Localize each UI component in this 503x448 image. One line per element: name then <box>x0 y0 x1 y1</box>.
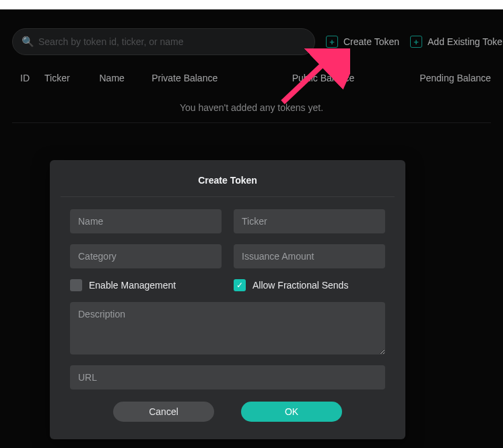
allow-fractional-sends-label: Allow Fractional Sends <box>253 280 348 291</box>
create-token-modal: Create Token Enable Management ✓ Allow F… <box>50 160 405 439</box>
allow-fractional-sends-checkbox[interactable]: ✓ Allow Fractional Sends <box>234 279 385 291</box>
enable-management-checkbox[interactable]: Enable Management <box>70 279 222 291</box>
url-field[interactable] <box>70 365 385 389</box>
cancel-button[interactable]: Cancel <box>113 402 214 422</box>
checkbox-unchecked-icon <box>70 279 82 291</box>
category-field[interactable] <box>70 244 222 268</box>
ticker-field[interactable] <box>234 209 385 233</box>
description-field[interactable] <box>70 302 385 354</box>
ok-button[interactable]: OK <box>241 402 342 422</box>
name-field[interactable] <box>70 209 222 233</box>
modal-title: Create Token <box>70 171 385 196</box>
enable-management-label: Enable Management <box>89 280 176 291</box>
issuance-amount-field[interactable] <box>234 244 385 268</box>
divider <box>61 196 395 197</box>
checkbox-checked-icon: ✓ <box>234 279 246 291</box>
